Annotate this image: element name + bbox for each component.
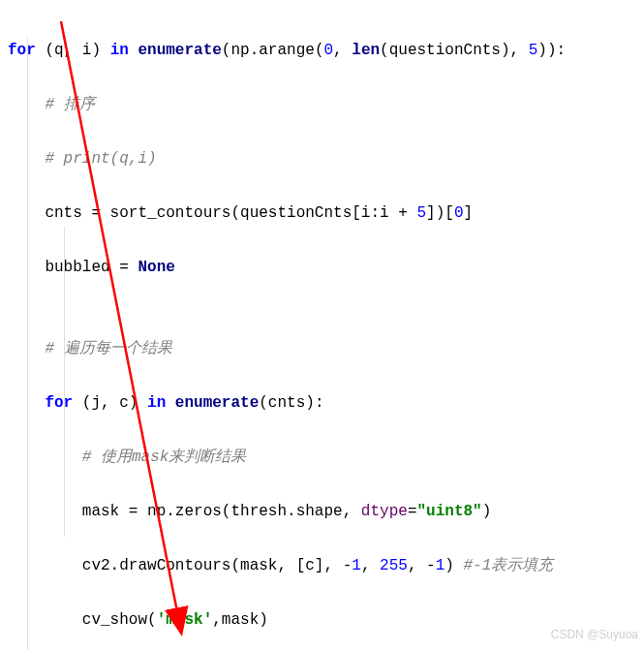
code-line: # 使用mask来判断结果 <box>8 444 644 471</box>
indent-guide-1 <box>27 37 28 650</box>
code-line: for (q, i) in enumerate(np.arange(0, len… <box>8 37 644 64</box>
code-line: bubbled = None <box>8 254 644 281</box>
watermark: CSDN @Suyuoa <box>551 621 638 648</box>
code-block: for (q, i) in enumerate(np.arange(0, len… <box>0 0 644 650</box>
code-line: cv_show('mask',mask) <box>8 606 644 634</box>
code-line: # print(q,i) <box>8 145 644 172</box>
code-line: mask = np.zeros(thresh.shape, dtype="uin… <box>8 498 644 525</box>
code-line: # 遍历每一个结果 <box>8 335 644 362</box>
code-line: # 排序 <box>8 91 644 118</box>
code-line: cv2.drawContours(mask, [c], -1, 255, -1)… <box>8 552 644 579</box>
indent-guide-2 <box>64 227 65 537</box>
code-line: for (j, c) in enumerate(cnts): <box>8 389 644 417</box>
code-line: cnts = sort_contours(questionCnts[i:i + … <box>8 200 644 227</box>
